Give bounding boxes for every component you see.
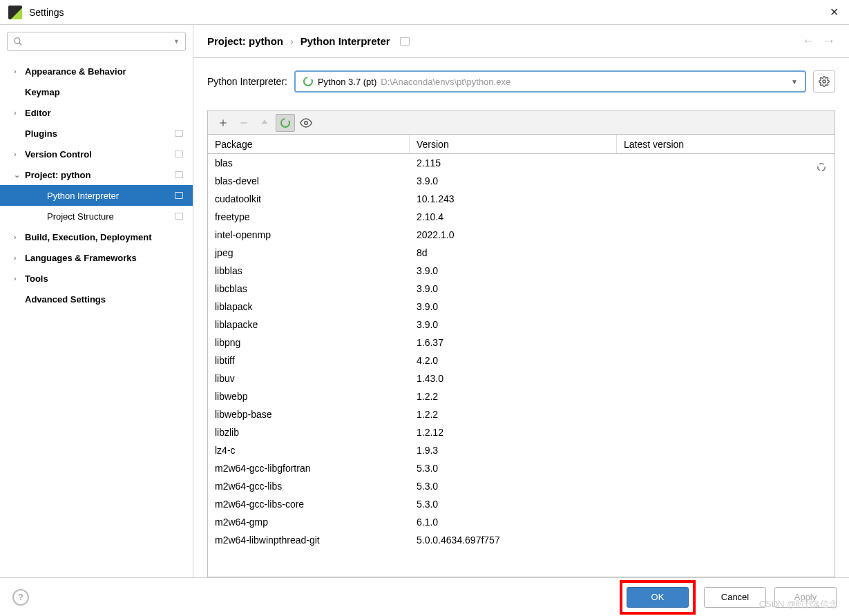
package-version: 5.3.0 — [410, 495, 617, 513]
package-row[interactable]: intel-openmp2022.1.0 — [208, 226, 834, 244]
package-name: liblapacke — [208, 316, 410, 334]
package-row[interactable]: libblas3.9.0 — [208, 262, 834, 280]
package-row[interactable]: m2w64-gcc-libs-core5.3.0 — [208, 495, 834, 513]
package-row[interactable]: jpeg8d — [208, 244, 834, 262]
sidebar-item-label: Advanced Settings — [25, 294, 106, 305]
breadcrumb-project[interactable]: Project: python — [207, 35, 283, 47]
conda-packages-button[interactable] — [276, 114, 295, 132]
package-version: 1.43.0 — [410, 369, 617, 387]
package-row[interactable]: m2w64-gcc-libs5.3.0 — [208, 477, 834, 495]
package-latest — [617, 441, 834, 459]
project-scope-icon — [175, 213, 183, 220]
search-dropdown-icon[interactable]: ▼ — [173, 38, 180, 45]
package-latest — [617, 244, 834, 262]
plus-icon — [218, 118, 228, 128]
sidebar-item-python-interpreter[interactable]: ›Python Interpreter — [0, 185, 193, 206]
close-icon[interactable]: ✕ — [827, 6, 841, 19]
package-row[interactable]: libtiff4.2.0 — [208, 352, 834, 369]
package-row[interactable]: freetype2.10.4 — [208, 208, 834, 226]
sidebar-item-tools[interactable]: ›Tools — [0, 268, 193, 289]
sidebar-item-editor[interactable]: ›Editor — [0, 102, 193, 123]
package-row[interactable]: blas2.115 — [208, 154, 834, 172]
package-row[interactable]: libuv1.43.0 — [208, 369, 834, 387]
package-name: libwebp — [208, 387, 410, 405]
packages-toolbar — [208, 111, 834, 135]
package-name: m2w64-libwinpthread-git — [208, 531, 410, 549]
sidebar-item-advanced-settings[interactable]: ›Advanced Settings — [0, 289, 193, 309]
package-latest — [617, 280, 834, 298]
package-name: libzlib — [208, 423, 410, 441]
package-row[interactable]: libpng1.6.37 — [208, 334, 834, 352]
apply-button: Apply — [774, 587, 837, 608]
sidebar-item-label: Editor — [25, 108, 51, 118]
search-icon — [13, 37, 23, 46]
package-name: m2w64-gcc-libgfortran — [208, 459, 410, 477]
sidebar-item-appearance-behavior[interactable]: ›Appearance & Behavior — [0, 61, 193, 81]
package-row[interactable]: libwebp-base1.2.2 — [208, 405, 834, 423]
sidebar: ▼ ›Appearance & Behavior›Keymap›Editor›P… — [0, 25, 193, 577]
package-version: 1.6.37 — [410, 334, 617, 352]
packages-list[interactable]: blas2.115blas-devel3.9.0cudatoolkit10.1.… — [208, 154, 834, 577]
sidebar-item-languages-frameworks[interactable]: ›Languages & Frameworks — [0, 247, 193, 268]
gear-icon — [819, 76, 830, 87]
sidebar-item-version-control[interactable]: ›Version Control — [0, 144, 193, 164]
column-package[interactable]: Package — [208, 135, 410, 153]
package-latest — [617, 208, 834, 226]
svg-point-3 — [823, 80, 826, 83]
breadcrumb: Project: python › Python Interpreter ← → — [193, 25, 849, 58]
add-package-button[interactable] — [213, 114, 233, 132]
nav-back-icon[interactable]: ← — [802, 34, 814, 48]
package-name: jpeg — [208, 244, 410, 262]
package-name: m2w64-gcc-libs — [208, 477, 410, 495]
package-latest — [617, 316, 834, 334]
package-row[interactable]: lz4-c1.9.3 — [208, 441, 834, 459]
package-version: 3.9.0 — [410, 280, 617, 298]
package-row[interactable]: m2w64-gmp6.1.0 — [208, 513, 834, 531]
package-version: 10.1.243 — [410, 190, 617, 208]
package-row[interactable]: m2w64-gcc-libgfortran5.3.0 — [208, 459, 834, 477]
package-name: libcblas — [208, 280, 410, 298]
chevron-down-icon: ⌄ — [14, 171, 23, 180]
search-box[interactable]: ▼ — [7, 32, 186, 51]
help-button[interactable]: ? — [12, 589, 29, 606]
project-scope-icon — [175, 192, 183, 199]
package-latest — [617, 226, 834, 244]
package-row[interactable]: cudatoolkit10.1.243 — [208, 190, 834, 208]
sidebar-item-label: Languages & Frameworks — [25, 253, 137, 263]
nav-forward-icon[interactable]: → — [823, 34, 835, 48]
sidebar-item-build-execution-deployment[interactable]: ›Build, Execution, Deployment — [0, 227, 193, 247]
project-scope-icon — [175, 130, 183, 137]
package-row[interactable]: libzlib1.2.12 — [208, 423, 834, 441]
show-early-releases-button[interactable] — [296, 114, 316, 132]
package-version: 3.9.0 — [410, 316, 617, 334]
column-latest[interactable]: Latest version — [617, 135, 834, 153]
sidebar-item-project-structure[interactable]: ›Project Structure — [0, 206, 193, 227]
package-row[interactable]: libcblas3.9.0 — [208, 280, 834, 298]
cancel-button[interactable]: Cancel — [704, 587, 766, 608]
package-row[interactable]: m2w64-libwinpthread-git5.0.0.4634.697f75… — [208, 531, 834, 549]
package-version: 5.3.0 — [410, 459, 617, 477]
sidebar-item-keymap[interactable]: ›Keymap — [0, 81, 193, 102]
sidebar-item-project-python[interactable]: ⌄Project: python — [0, 164, 193, 185]
package-row[interactable]: libwebp1.2.2 — [208, 387, 834, 405]
window-title: Settings — [29, 7, 827, 18]
package-version: 1.9.3 — [410, 441, 617, 459]
package-row[interactable]: liblapack3.9.0 — [208, 298, 834, 316]
conda-icon — [303, 76, 314, 87]
package-latest — [617, 352, 834, 369]
titlebar: Settings ✕ — [0, 0, 849, 25]
search-input[interactable] — [27, 37, 171, 47]
sidebar-item-plugins[interactable]: ›Plugins — [0, 123, 193, 144]
interpreter-settings-button[interactable] — [813, 70, 835, 93]
chevron-right-icon: › — [14, 108, 23, 117]
chevron-right-icon: › — [14, 150, 23, 158]
interpreter-dropdown[interactable]: Python 3.7 (pt) D:\Anaconda\envs\pt\pyth… — [294, 70, 806, 93]
column-version[interactable]: Version — [410, 135, 617, 153]
package-latest — [617, 262, 834, 280]
package-row[interactable]: blas-devel3.9.0 — [208, 172, 834, 190]
package-row[interactable]: liblapacke3.9.0 — [208, 316, 834, 334]
package-name: intel-openmp — [208, 226, 410, 244]
ok-button[interactable]: OK — [627, 587, 689, 608]
chevron-right-icon: › — [14, 253, 23, 262]
main-panel: Project: python › Python Interpreter ← →… — [193, 25, 849, 577]
